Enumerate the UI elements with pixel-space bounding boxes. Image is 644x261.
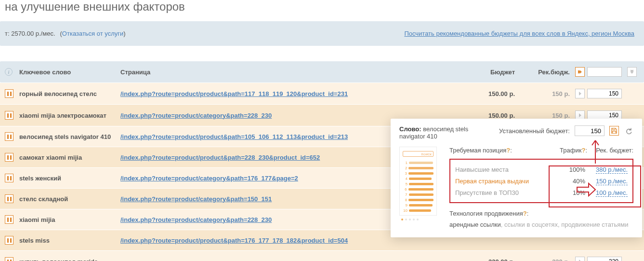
- table-row: горный велосипед стелс/index.php?route=p…: [0, 82, 644, 104]
- tech-header: Технология продвижения?:: [449, 210, 633, 217]
- page-link[interactable]: /index.php?route=product/product&path=11…: [120, 90, 348, 97]
- pause-button[interactable]: [5, 174, 13, 182]
- header-rec-budget: Рек.бюдж.: [520, 69, 573, 76]
- page-link[interactable]: /index.php?route=product/category&path=1…: [120, 175, 298, 182]
- position-row: Присутствие в ТОП3010%100 р./мес.: [455, 187, 628, 198]
- rec-budget-value: 150 р.: [552, 90, 570, 97]
- pause-button[interactable]: [5, 89, 13, 98]
- position-traffic: 40%: [552, 178, 585, 185]
- help-icon[interactable]: ?: [581, 147, 585, 154]
- keyword-text: стелс складной: [19, 195, 68, 203]
- keyword-text: stels miss: [19, 237, 50, 244]
- budget-popover: Слово: велосипед stels navigator 410 Уст…: [391, 119, 642, 237]
- position-name: Первая страница выдачи: [455, 178, 552, 185]
- budget-input[interactable]: [587, 257, 622, 261]
- pause-button[interactable]: [5, 236, 13, 245]
- set-budget-label: Установленный бюджет:: [499, 127, 570, 135]
- position-price-link[interactable]: 380 р./мес.: [596, 166, 628, 174]
- tech-item: продвижение статьями: [561, 221, 628, 228]
- pause-button[interactable]: [5, 132, 13, 141]
- header-budget: Бюджет: [462, 69, 520, 76]
- header-page: Страница: [120, 69, 462, 76]
- cancel-service-link[interactable]: Отказаться от услуги: [62, 30, 123, 37]
- position-name: Наивысшие места: [455, 166, 552, 173]
- keyword-text: xiaomi mijia электросамокат: [19, 112, 106, 119]
- keyword-text: купить велосипед merida: [19, 258, 98, 261]
- page-title: на улучшение внешних факторов: [0, 0, 644, 21]
- position-traffic: 10%: [552, 189, 585, 196]
- tech-item: ссылки в соцсетях: [504, 221, 558, 228]
- table-header: i Ключевое слово Страница Бюджет Рек.бюд…: [0, 61, 644, 82]
- apply-icon[interactable]: [575, 257, 585, 261]
- position-row: Наивысшие места100%380 р./мес.: [455, 164, 628, 175]
- save-icon[interactable]: [609, 126, 619, 136]
- position-traffic: 100%: [552, 166, 585, 173]
- header-budget-input[interactable]: [587, 67, 622, 77]
- page-link[interactable]: /index.php?route=product/category&path=1…: [120, 195, 272, 203]
- position-row: Первая страница выдачи40%150 р./мес.: [455, 175, 628, 187]
- apply-all-icon[interactable]: [575, 67, 585, 77]
- rec-budget-value: 320 р.: [552, 258, 570, 261]
- page-link[interactable]: /index.php?route=product/category&path=2…: [120, 112, 272, 119]
- rec-budget-value: 150 р.: [552, 112, 570, 119]
- budget-value: 150.00 р.: [488, 90, 515, 97]
- header-keyword: Ключевое слово: [19, 69, 120, 76]
- calc-recommended-link[interactable]: Посчитать рекомендованные бюджеты для вс…: [404, 30, 634, 37]
- help-icon[interactable]: ?: [523, 210, 527, 217]
- page-link[interactable]: /index.php?route=product/product&path=17…: [120, 237, 348, 244]
- keyword-text: stels женский: [19, 175, 61, 182]
- position-name: Присутствие в ТОП30: [455, 189, 552, 196]
- popover-keyword: Слово: велосипед stels navigator 410: [399, 125, 491, 140]
- position-header: Требуемая позиция?:: [449, 147, 551, 154]
- monthly-budget-text: т: 2570.00 р./мес.: [5, 30, 55, 37]
- tech-item: арендные ссылки: [449, 221, 501, 228]
- keyword-text: горный велосипед стелс: [19, 90, 97, 97]
- pause-button[interactable]: [5, 153, 13, 162]
- position-price-link[interactable]: 150 р./мес.: [596, 178, 628, 185]
- info-icon[interactable]: i: [5, 68, 13, 76]
- page-link[interactable]: /index.php?route=product/product&path=22…: [120, 154, 320, 161]
- help-icon[interactable]: ?: [506, 147, 510, 154]
- keyword-text: xiaomi mijia: [19, 216, 55, 223]
- set-budget-input[interactable]: [575, 125, 605, 136]
- info-bar: т: 2570.00 р./мес. (Отказаться от услуги…: [0, 21, 644, 46]
- tech-line: арендные ссылки, ссылки в соцсетях, прод…: [449, 220, 633, 230]
- budget-value: 150.00 р.: [488, 112, 515, 119]
- page-link[interactable]: /index.php?route=product/product&path=10…: [120, 133, 348, 140]
- budget-value: 320.00 р.: [488, 258, 515, 261]
- serp-preview: поиск 12345678910: [399, 147, 441, 230]
- expand-all-icon[interactable]: [627, 67, 637, 77]
- position-price-link[interactable]: 100 р./мес.: [596, 189, 628, 197]
- budget-input[interactable]: [587, 89, 622, 98]
- table-row: купить велосипед merida320.00 р.320 р.: [0, 250, 644, 261]
- page-link[interactable]: /index.php?route=product/category&path=2…: [120, 216, 272, 223]
- rec-budget-header: Рек. бюджет:: [587, 147, 633, 154]
- keyword-text: самокат xiaomi mijia: [19, 154, 82, 161]
- pause-button[interactable]: [5, 111, 13, 120]
- traffic-header: Трафик?:: [551, 147, 587, 154]
- reset-icon[interactable]: [624, 126, 633, 136]
- pause-button[interactable]: [5, 215, 13, 224]
- pause-button[interactable]: [5, 194, 13, 203]
- pause-button[interactable]: [5, 257, 13, 261]
- apply-icon[interactable]: [575, 89, 585, 98]
- keyword-text: велосипед stels navigator 410: [19, 133, 111, 140]
- pagination-dots[interactable]: [399, 219, 441, 220]
- positions-box: Наивысшие места100%380 р./мес.Первая стр…: [449, 159, 633, 203]
